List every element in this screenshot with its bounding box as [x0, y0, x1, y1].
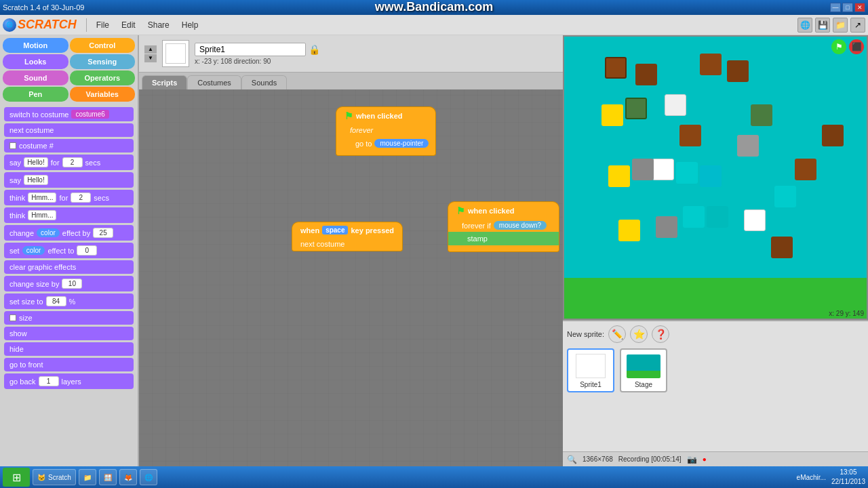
cat-looks[interactable]: Looks: [3, 54, 68, 69]
size-checkbox[interactable]: [9, 314, 16, 321]
think-secs-input[interactable]: 2: [71, 192, 91, 203]
taskbar-scratch2-item[interactable]: 🦊: [119, 469, 137, 485]
stage-coords: x: 29 y: 149: [829, 310, 864, 317]
script-area[interactable]: ⚑ when clicked forever go to mouse-point…: [139, 89, 563, 488]
think-input1[interactable]: Hmm...: [28, 192, 56, 203]
say-input1[interactable]: Hello!: [24, 157, 48, 167]
sprite-nav-up[interactable]: ▲: [144, 45, 157, 54]
menu-edit[interactable]: Edit: [116, 18, 141, 32]
space-key-input[interactable]: space: [322, 226, 348, 235]
forever-if-block[interactable]: forever if mouse down?: [448, 219, 559, 232]
tab-sounds[interactable]: Sounds: [241, 75, 287, 89]
cat-control[interactable]: Control: [70, 38, 136, 53]
script-block-1[interactable]: ⚑ when clicked forever go to mouse-point…: [336, 106, 436, 156]
block-costume-num[interactable]: costume #: [4, 139, 134, 152]
effect-type[interactable]: color: [37, 228, 60, 237]
costume-checkbox[interactable]: [9, 142, 16, 149]
toolbar-save-icon[interactable]: 💾: [815, 18, 830, 33]
paint-sprite-btn[interactable]: ✏️: [608, 325, 626, 343]
toolbar-globe-icon[interactable]: 🌐: [797, 18, 812, 33]
hat-when-clicked-1[interactable]: ⚑ when clicked: [336, 106, 436, 124]
block-next-costume[interactable]: next costume: [4, 123, 134, 137]
block-think[interactable]: think Hmm...: [4, 207, 134, 223]
menu-share[interactable]: Share: [142, 18, 175, 32]
cat-sound[interactable]: Sound: [3, 70, 68, 85]
close-btn[interactable]: ✕: [854, 3, 865, 12]
tab-scripts[interactable]: Scripts: [142, 75, 187, 89]
zoom-icon: 🔍: [567, 455, 577, 464]
goto-block[interactable]: go to mouse-pointer: [336, 136, 436, 150]
stage-sprite-21: [679, 125, 701, 146]
block-say-secs[interactable]: say Hello! for 2 secs: [4, 155, 134, 170]
maximize-btn[interactable]: □: [842, 3, 853, 12]
stage-floor: [564, 278, 867, 319]
say-secs-input[interactable]: 2: [62, 157, 83, 167]
go-back-input[interactable]: 1: [39, 376, 59, 386]
block-hide[interactable]: hide: [4, 342, 134, 356]
block-think-secs[interactable]: think Hmm... for 2 secs: [4, 190, 134, 205]
taskbar-explorer-item[interactable]: 📁: [79, 469, 96, 485]
cat-variables[interactable]: Variables: [70, 87, 136, 102]
taskbar-time: 13:05: [831, 468, 865, 477]
titlebar: Scratch 1.4 of 30-Jun-09 www.Bandicam.co…: [0, 0, 868, 15]
taskbar-clock: 13:05 22/11/2013: [831, 468, 865, 487]
stage-area[interactable]: ⚑ ⬛: [563, 35, 868, 320]
block-say[interactable]: say Hello!: [4, 172, 134, 188]
sprite-nav-down[interactable]: ▼: [144, 54, 157, 62]
say-input2[interactable]: Hello!: [24, 175, 48, 185]
change-size-input[interactable]: 10: [62, 279, 82, 289]
sprite-name-input[interactable]: [195, 43, 306, 56]
block-set-size[interactable]: set size to 84 %: [4, 293, 134, 309]
block-go-front[interactable]: go to front: [4, 358, 134, 371]
sprite-lock-icon[interactable]: 🔒: [309, 44, 320, 55]
sprite-thumb-sprite1[interactable]: Sprite1: [567, 348, 614, 392]
block-size[interactable]: size: [4, 311, 134, 325]
hat-when-clicked-2[interactable]: ⚑ when clicked: [448, 201, 559, 219]
stage-sprite-9: [751, 104, 772, 126]
set-size-input[interactable]: 84: [46, 296, 66, 306]
minimize-btn[interactable]: —: [830, 3, 841, 12]
toolbar-folder-icon[interactable]: 📁: [833, 18, 848, 33]
block-clear-effects[interactable]: clear graphic effects: [4, 260, 134, 274]
taskbar-chrome-item[interactable]: 🌐: [140, 469, 157, 485]
taskbar-scratch-item[interactable]: 🐱 Scratch: [33, 469, 76, 485]
star-sprite-btn[interactable]: ⭐: [630, 325, 648, 343]
block-change-effect[interactable]: change color effect by 25: [4, 225, 134, 241]
main-layout: Motion Control Looks Sensing Sound Opera…: [0, 35, 868, 488]
set-effect-type[interactable]: color: [22, 246, 45, 255]
block-switch-costume[interactable]: switch to costume costume6: [4, 107, 134, 121]
cat-sensing[interactable]: Sensing: [70, 54, 136, 69]
forever-block-1[interactable]: forever: [336, 124, 436, 136]
stop-btn[interactable]: ⬛: [849, 39, 864, 54]
toolbar-share-icon[interactable]: ↗: [850, 18, 865, 33]
taskbar-window-item[interactable]: 🪟: [99, 469, 117, 485]
think-input2[interactable]: Hmm...: [28, 210, 56, 220]
mouse-down-pill[interactable]: mouse down?: [494, 221, 547, 230]
costume-input[interactable]: costume6: [71, 110, 108, 119]
sprite-image: [165, 43, 186, 64]
sprite-thumb-stage[interactable]: Stage: [620, 348, 667, 392]
titlebar-controls[interactable]: — □ ✕: [830, 3, 865, 12]
set-effect-val[interactable]: 0: [77, 245, 97, 256]
mouse-pointer-pill[interactable]: mouse-pointer: [374, 139, 429, 148]
block-go-back[interactable]: go back 1 layers: [4, 373, 134, 389]
help-sprite-btn[interactable]: ❓: [652, 325, 669, 343]
hat-when-space[interactable]: when space key pressed: [292, 222, 403, 237]
start-button[interactable]: ⊞: [3, 468, 30, 487]
menu-file[interactable]: File: [91, 18, 115, 32]
block-show[interactable]: show: [4, 327, 134, 340]
block-change-size[interactable]: change size by 10: [4, 276, 134, 291]
effect-amount[interactable]: 25: [93, 228, 113, 238]
stage-sprite-11: [652, 159, 674, 180]
script-block-3[interactable]: ⚑ when clicked forever if mouse down? st…: [448, 201, 559, 252]
script-block-2[interactable]: when space key pressed next costume: [292, 222, 403, 251]
cat-pen[interactable]: Pen: [3, 87, 68, 102]
block-set-effect[interactable]: set color effect to 0: [4, 243, 134, 258]
menu-help[interactable]: Help: [176, 18, 204, 32]
cat-operators[interactable]: Operators: [70, 70, 136, 85]
next-costume-block[interactable]: next costume: [292, 237, 403, 251]
tab-costumes[interactable]: Costumes: [187, 75, 241, 89]
stamp-block[interactable]: stamp: [448, 232, 559, 245]
green-flag-btn[interactable]: ⚑: [831, 39, 846, 54]
cat-motion[interactable]: Motion: [3, 38, 68, 53]
